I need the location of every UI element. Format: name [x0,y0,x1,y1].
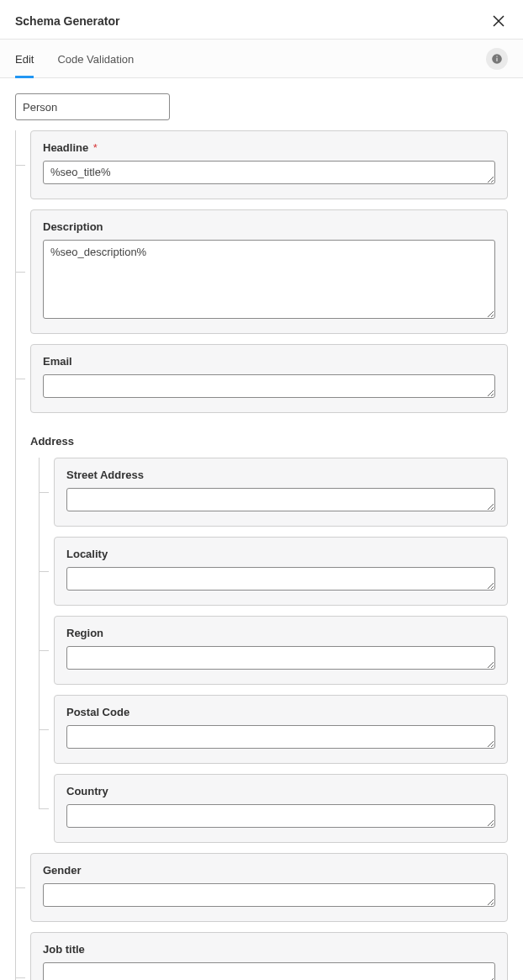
tab-edit[interactable]: Edit [15,40,34,77]
field-street-label: Street Address [66,469,495,481]
field-region-label: Region [66,627,495,639]
tab-code-validation[interactable]: Code Validation [57,40,134,77]
field-gender-row: Gender [15,853,508,922]
field-headline-row: Headline * [15,130,508,199]
schema-type-select[interactable]: Person [15,93,170,120]
email-input[interactable] [43,374,495,398]
required-marker: * [93,141,98,154]
field-email-row: Email [15,344,508,413]
country-input[interactable] [66,804,495,828]
description-input[interactable] [43,240,495,319]
field-email-label: Email [43,355,495,368]
field-street-card: Street Address [54,458,508,527]
field-locality-card: Locality [54,537,508,606]
content-area: Person Headline * Description Email [0,78,523,980]
field-region-card: Region [54,616,508,685]
field-locality-row: Locality [39,537,508,606]
headline-input[interactable] [43,161,495,184]
postal-input[interactable] [66,725,495,749]
svg-rect-1 [496,57,497,61]
field-description-label: Description [43,220,495,233]
locality-input[interactable] [66,567,495,591]
root-children: Headline * Description Email Address [15,130,508,980]
close-icon[interactable] [489,12,508,30]
jobtitle-input[interactable] [43,962,495,980]
field-description-row: Description [15,209,508,334]
info-icon[interactable] [486,48,508,70]
field-postal-card: Postal Code [54,695,508,764]
schema-type-value: Person [23,101,57,114]
field-email-card: Email [30,344,508,413]
field-postal-label: Postal Code [66,706,495,718]
street-input[interactable] [66,488,495,511]
field-jobtitle-card: Job title The job title of the person (f… [30,932,508,980]
field-locality-label: Locality [66,548,495,560]
dialog-title: Schema Generator [15,14,120,28]
field-gender-label: Gender [43,864,495,877]
label-text: Headline [43,141,88,154]
tab-bar: Edit Code Validation [0,39,523,78]
gender-input[interactable] [43,883,495,907]
address-children: Street Address Locality Region [39,458,508,843]
field-headline-label: Headline * [43,141,495,154]
field-region-row: Region [39,616,508,685]
svg-rect-2 [496,56,497,56]
address-heading: Address [15,435,508,448]
field-jobtitle-label: Job title [43,943,495,956]
field-description-card: Description [30,209,508,334]
dialog-header: Schema Generator [0,0,523,39]
field-street-row: Street Address [39,458,508,527]
region-input[interactable] [66,646,495,670]
field-postal-row: Postal Code [39,695,508,764]
field-country-label: Country [66,785,495,797]
field-jobtitle-row: Job title The job title of the person (f… [15,932,508,980]
field-gender-card: Gender [30,853,508,922]
field-headline-card: Headline * [30,130,508,199]
field-country-row: Country [39,774,508,843]
field-country-card: Country [54,774,508,843]
address-group-wrapper: Street Address Locality Region [15,458,508,843]
